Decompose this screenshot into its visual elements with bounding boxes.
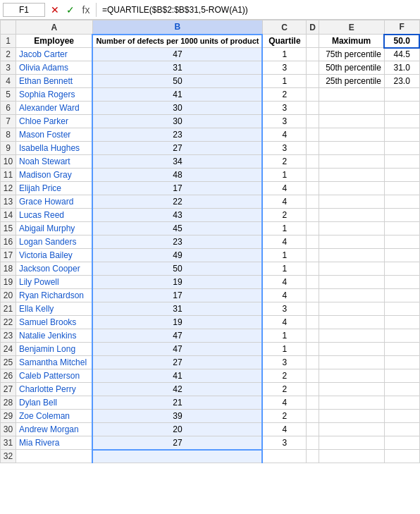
- cell-f12[interactable]: [384, 182, 419, 195]
- cell-c4[interactable]: 1: [262, 75, 306, 88]
- cell-f11[interactable]: [384, 169, 419, 182]
- cell-d32[interactable]: [307, 450, 319, 463]
- cell-e2[interactable]: 75th percentile: [319, 48, 384, 61]
- cell-d16[interactable]: [307, 235, 319, 249]
- cell-a10[interactable]: Noah Stewart: [16, 155, 93, 169]
- cell-a1[interactable]: Employee: [16, 35, 93, 48]
- cell-c23[interactable]: 1: [262, 329, 306, 343]
- cell-b20[interactable]: 17: [92, 289, 262, 302]
- cell-e20[interactable]: [319, 289, 384, 302]
- cell-a30[interactable]: Andrew Morgan: [16, 423, 93, 436]
- cell-d15[interactable]: [307, 222, 319, 235]
- cell-b8[interactable]: 23: [92, 128, 262, 142]
- cell-f28[interactable]: [384, 396, 419, 410]
- cell-f29[interactable]: [384, 410, 419, 423]
- cell-e6[interactable]: [319, 102, 384, 115]
- confirm-icon[interactable]: ✓: [63, 4, 78, 16]
- cell-c12[interactable]: 4: [262, 182, 306, 195]
- cell-d13[interactable]: [307, 195, 319, 209]
- cell-e12[interactable]: [319, 182, 384, 195]
- cell-d21[interactable]: [307, 302, 319, 316]
- cell-a6[interactable]: Alexander Ward: [16, 102, 93, 115]
- cell-a5[interactable]: Sophia Rogers: [16, 88, 93, 102]
- cell-c8[interactable]: 4: [262, 128, 306, 142]
- cell-e9[interactable]: [319, 142, 384, 155]
- cell-c15[interactable]: 1: [262, 222, 306, 235]
- cell-a12[interactable]: Elijah Price: [16, 182, 93, 195]
- cell-f7[interactable]: [384, 115, 419, 128]
- cell-b31[interactable]: 27: [92, 436, 262, 450]
- cell-c7[interactable]: 3: [262, 115, 306, 128]
- cell-e29[interactable]: [319, 410, 384, 423]
- cell-a9[interactable]: Isabella Hughes: [16, 142, 93, 155]
- cell-c30[interactable]: 4: [262, 423, 306, 436]
- cell-e30[interactable]: [319, 423, 384, 436]
- cell-d25[interactable]: [307, 356, 319, 369]
- cell-c9[interactable]: 3: [262, 142, 306, 155]
- cell-e24[interactable]: [319, 343, 384, 356]
- cell-f23[interactable]: [384, 329, 419, 343]
- cell-b1[interactable]: Number of defects per 1000 units of prod…: [92, 35, 262, 48]
- cell-f13[interactable]: [384, 195, 419, 209]
- cell-e32[interactable]: [319, 450, 384, 463]
- cell-f3[interactable]: 31.0: [384, 61, 419, 75]
- cell-e25[interactable]: [319, 356, 384, 369]
- cell-e4[interactable]: 25th percentile: [319, 75, 384, 88]
- col-header-f[interactable]: F: [384, 20, 419, 35]
- cell-a4[interactable]: Ethan Bennett: [16, 75, 93, 88]
- cell-f16[interactable]: [384, 235, 419, 249]
- cell-c29[interactable]: 2: [262, 410, 306, 423]
- cell-a14[interactable]: Lucas Reed: [16, 209, 93, 222]
- cell-c31[interactable]: 3: [262, 436, 306, 450]
- cell-d30[interactable]: [307, 423, 319, 436]
- cell-f22[interactable]: [384, 316, 419, 329]
- cell-b18[interactable]: 50: [92, 262, 262, 276]
- cell-e19[interactable]: [319, 276, 384, 289]
- cell-c14[interactable]: 2: [262, 209, 306, 222]
- cell-d28[interactable]: [307, 396, 319, 410]
- cancel-icon[interactable]: ✕: [48, 4, 62, 16]
- cell-a21[interactable]: Ella Kelly: [16, 302, 93, 316]
- cell-d23[interactable]: [307, 329, 319, 343]
- cell-c26[interactable]: 2: [262, 369, 306, 383]
- cell-a22[interactable]: Samuel Brooks: [16, 316, 93, 329]
- cell-f2[interactable]: 44.5: [384, 48, 419, 61]
- function-icon[interactable]: fx: [79, 4, 93, 16]
- cell-e23[interactable]: [319, 329, 384, 343]
- cell-d2[interactable]: [307, 48, 319, 61]
- cell-b28[interactable]: 21: [92, 396, 262, 410]
- cell-f26[interactable]: [384, 369, 419, 383]
- cell-f14[interactable]: [384, 209, 419, 222]
- cell-b14[interactable]: 43: [92, 209, 262, 222]
- cell-e31[interactable]: [319, 436, 384, 450]
- cell-c32[interactable]: [262, 450, 306, 463]
- cell-f27[interactable]: [384, 383, 419, 396]
- cell-b6[interactable]: 30: [92, 102, 262, 115]
- cell-a31[interactable]: Mia Rivera: [16, 436, 93, 450]
- cell-b25[interactable]: 27: [92, 356, 262, 369]
- cell-d8[interactable]: [307, 128, 319, 142]
- cell-a17[interactable]: Victoria Bailey: [16, 249, 93, 262]
- cell-e22[interactable]: [319, 316, 384, 329]
- cell-c5[interactable]: 2: [262, 88, 306, 102]
- cell-b26[interactable]: 41: [92, 369, 262, 383]
- cell-e10[interactable]: [319, 155, 384, 169]
- cell-e14[interactable]: [319, 209, 384, 222]
- cell-c11[interactable]: 1: [262, 169, 306, 182]
- cell-c19[interactable]: 4: [262, 276, 306, 289]
- cell-a20[interactable]: Ryan Richardson: [16, 289, 93, 302]
- formula-input[interactable]: =QUARTILE($B$2:$B$31,5-ROW(A1)): [99, 4, 417, 16]
- cell-b7[interactable]: 30: [92, 115, 262, 128]
- cell-f1[interactable]: 50.0: [384, 35, 419, 48]
- cell-c25[interactable]: 3: [262, 356, 306, 369]
- cell-e15[interactable]: [319, 222, 384, 235]
- cell-c18[interactable]: 1: [262, 262, 306, 276]
- cell-f6[interactable]: [384, 102, 419, 115]
- cell-d1[interactable]: [307, 35, 319, 48]
- cell-e27[interactable]: [319, 383, 384, 396]
- cell-a27[interactable]: Charlotte Perry: [16, 383, 93, 396]
- cell-b19[interactable]: 19: [92, 276, 262, 289]
- cell-f32[interactable]: [384, 450, 419, 463]
- cell-d22[interactable]: [307, 316, 319, 329]
- cell-b3[interactable]: 31: [92, 61, 262, 75]
